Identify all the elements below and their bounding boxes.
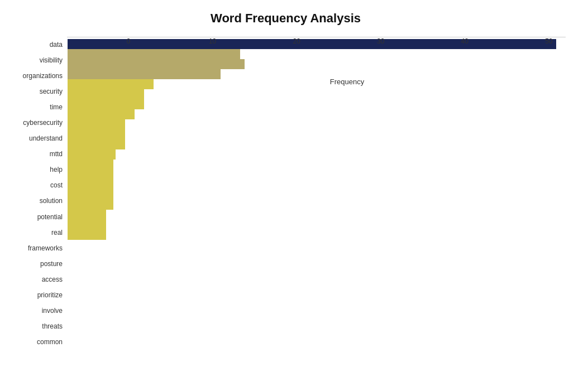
y-label: prioritize <box>37 289 63 301</box>
bar <box>68 119 125 129</box>
chart-title: Word Frequency Analysis <box>6 11 566 26</box>
y-axis: datavisibilityorganizationssecuritytimec… <box>6 37 67 350</box>
bar <box>68 180 113 190</box>
y-label: cybersecurity <box>23 117 63 129</box>
bar <box>68 69 221 79</box>
bar <box>68 200 113 210</box>
bar-row <box>68 99 566 109</box>
y-label: time <box>50 101 63 113</box>
y-label: solution <box>40 195 63 207</box>
chart-area: datavisibilityorganizationssecuritytimec… <box>6 37 566 350</box>
bar <box>68 220 106 230</box>
y-label: frameworks <box>28 242 63 254</box>
bar <box>68 230 106 240</box>
bar <box>68 89 144 99</box>
y-label: organizations <box>23 70 63 82</box>
y-label: security <box>40 85 63 98</box>
bar <box>68 99 144 109</box>
bar-row <box>68 59 566 69</box>
bar-row <box>68 89 566 99</box>
bar <box>68 149 116 160</box>
bar-row <box>68 69 566 79</box>
bar <box>68 160 113 170</box>
bar-row <box>68 139 566 149</box>
bar-row <box>68 160 566 170</box>
y-label: mttd <box>50 148 63 160</box>
x-tick: 10 <box>209 37 216 45</box>
y-label: visibility <box>40 54 63 66</box>
bar <box>68 190 113 200</box>
bar-row <box>68 119 566 129</box>
bar-row <box>68 210 566 220</box>
bar-row <box>68 170 566 180</box>
y-label: common <box>37 336 63 348</box>
bar <box>68 129 125 139</box>
y-label: potential <box>37 211 63 223</box>
bar <box>68 79 154 89</box>
x-tick: 40 <box>461 37 469 45</box>
y-label: posture <box>40 258 63 270</box>
y-label: involve <box>42 305 63 317</box>
bar-row <box>68 79 566 89</box>
bar-row <box>68 109 566 119</box>
chart-container: Word Frequency Analysis datavisibilityor… <box>0 0 588 391</box>
bar-row <box>68 220 566 230</box>
y-label: data <box>50 38 63 51</box>
bar-row <box>68 230 566 240</box>
y-label: threats <box>42 320 63 332</box>
bar <box>68 210 106 220</box>
bar <box>68 109 135 119</box>
y-label: access <box>42 273 63 286</box>
bar-row <box>68 200 566 210</box>
y-label: help <box>50 163 63 176</box>
x-tick: 30 <box>377 37 384 45</box>
bar-row <box>68 129 566 139</box>
bar-row <box>68 180 566 190</box>
bar <box>68 59 245 69</box>
bar-row <box>68 190 566 200</box>
y-label: understand <box>29 132 63 144</box>
y-label: cost <box>50 179 63 191</box>
bar <box>68 170 113 180</box>
bar <box>68 139 125 149</box>
y-label: real <box>51 226 63 239</box>
x-tick: 20 <box>293 37 300 45</box>
x-tick: 50 <box>545 37 552 45</box>
bar-row <box>68 149 566 160</box>
x-tick: 0 <box>127 37 131 45</box>
